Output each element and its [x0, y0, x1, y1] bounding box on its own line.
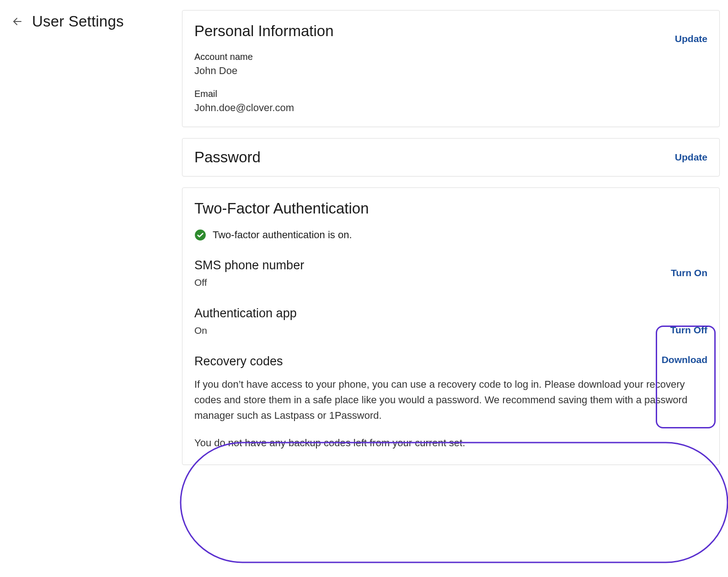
account-name-value: John Doe [194, 65, 707, 77]
personal-update-button[interactable]: Update [675, 33, 707, 44]
two-factor-heading: Two-Factor Authentication [194, 200, 707, 217]
account-name-label: Account name [194, 52, 707, 62]
sms-section: SMS phone number Off Turn On [194, 258, 707, 288]
sms-value: Off [194, 277, 707, 288]
password-card: Password Update [182, 138, 720, 176]
auth-app-value: On [194, 325, 707, 336]
svg-point-1 [195, 230, 206, 240]
recovery-desc-2: You do not have any backup codes left fr… [194, 435, 707, 451]
password-update-button[interactable]: Update [675, 152, 707, 163]
check-circle-icon [194, 229, 206, 241]
recovery-desc-1: If you don’t have access to your phone, … [194, 377, 707, 423]
recovery-codes-section: Recovery codes Download If you don’t hav… [194, 354, 707, 451]
recovery-download-button[interactable]: Download [662, 354, 707, 365]
sms-turn-on-button[interactable]: Turn On [671, 267, 707, 278]
password-heading: Password [194, 149, 261, 166]
personal-info-card: Personal Information Account name John D… [182, 10, 720, 127]
recovery-title: Recovery codes [194, 354, 707, 369]
two-factor-status-row: Two-factor authentication is on. [194, 229, 707, 241]
settings-content: Personal Information Account name John D… [182, 10, 720, 476]
personal-info-heading: Personal Information [194, 22, 707, 40]
email-value: John.doe@clover.com [194, 102, 707, 114]
sms-title: SMS phone number [194, 258, 707, 272]
back-icon[interactable] [11, 15, 24, 28]
auth-app-title: Authentication app [194, 306, 707, 321]
two-factor-card: Two-Factor Authentication Two-factor aut… [182, 187, 720, 465]
auth-app-turn-off-button[interactable]: Turn Off [670, 325, 707, 336]
page-title: User Settings [32, 13, 124, 30]
two-factor-status-text: Two-factor authentication is on. [213, 229, 352, 241]
email-label: Email [194, 89, 707, 99]
auth-app-section: Authentication app On Turn Off [194, 306, 707, 336]
